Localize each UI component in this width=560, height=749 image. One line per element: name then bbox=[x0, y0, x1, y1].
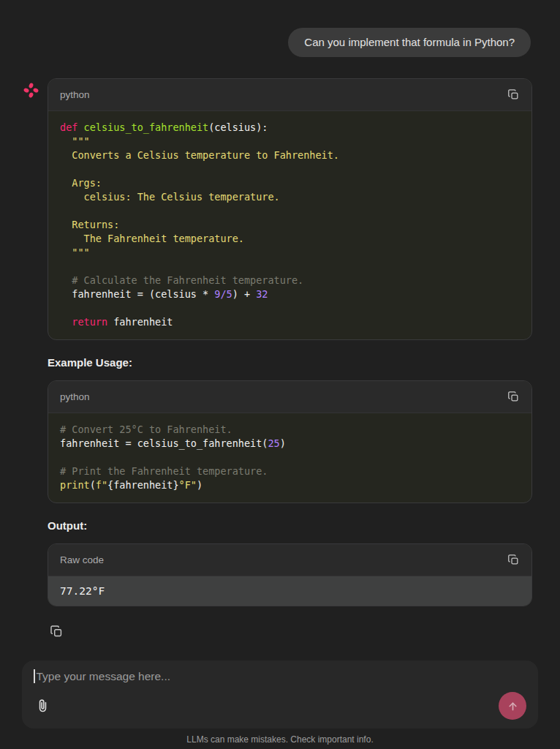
arrow-up-icon bbox=[507, 700, 519, 712]
copy-icon bbox=[507, 89, 520, 101]
copy-icon bbox=[50, 625, 64, 639]
user-message-row: Can you implement that formula in Python… bbox=[0, 0, 560, 57]
example-usage-heading: Example Usage: bbox=[48, 356, 532, 369]
chat-app: { "chat": { "user_message": "Can you imp… bbox=[0, 0, 560, 749]
output-heading: Output: bbox=[48, 519, 532, 532]
code-content: def celsius_to_fahrenheit(celsius): """ … bbox=[48, 111, 531, 339]
composer-toolbar bbox=[34, 692, 526, 720]
paperclip-icon bbox=[35, 699, 50, 714]
output-value: 77.22°F bbox=[48, 576, 531, 606]
copy-output-button[interactable] bbox=[506, 552, 521, 568]
copy-code-button[interactable] bbox=[506, 87, 521, 102]
copy-icon bbox=[507, 391, 520, 403]
message-composer[interactable]: Type your message here... bbox=[22, 660, 538, 729]
text-caret bbox=[34, 669, 35, 683]
message-input-placeholder: Type your message here... bbox=[37, 670, 171, 683]
code-block-header: python bbox=[48, 381, 531, 413]
copy-icon bbox=[507, 554, 520, 566]
copy-code-button[interactable] bbox=[506, 389, 521, 404]
assistant-content: python def celsius_to_fahrenheit(celsius… bbox=[48, 78, 532, 640]
raw-code-label: Raw code bbox=[60, 554, 104, 565]
code-language-label: python bbox=[60, 89, 90, 100]
output-block-header: Raw code bbox=[48, 544, 531, 576]
code-block-header: python bbox=[48, 79, 531, 111]
send-message-button[interactable] bbox=[499, 692, 526, 720]
attach-file-button[interactable] bbox=[34, 697, 52, 715]
code-block-function: python def celsius_to_fahrenheit(celsius… bbox=[48, 78, 532, 340]
output-block: Raw code 77.22°F bbox=[48, 543, 532, 606]
assistant-message-row: python def celsius_to_fahrenheit(celsius… bbox=[0, 78, 560, 640]
code-block-usage: python # Convert 25°C to Fahrenheit.fahr… bbox=[48, 380, 532, 503]
copy-message-button[interactable] bbox=[48, 623, 65, 640]
message-input[interactable]: Type your message here... bbox=[34, 669, 526, 683]
code-language-label: python bbox=[60, 391, 90, 402]
disclaimer-text: LLMs can make mistakes. Check important … bbox=[0, 734, 560, 745]
code-content: # Convert 25°C to Fahrenheit.fahrenheit … bbox=[48, 413, 531, 503]
assistant-sparkle-logo-icon bbox=[23, 83, 39, 98]
user-message-bubble: Can you implement that formula in Python… bbox=[288, 28, 531, 57]
